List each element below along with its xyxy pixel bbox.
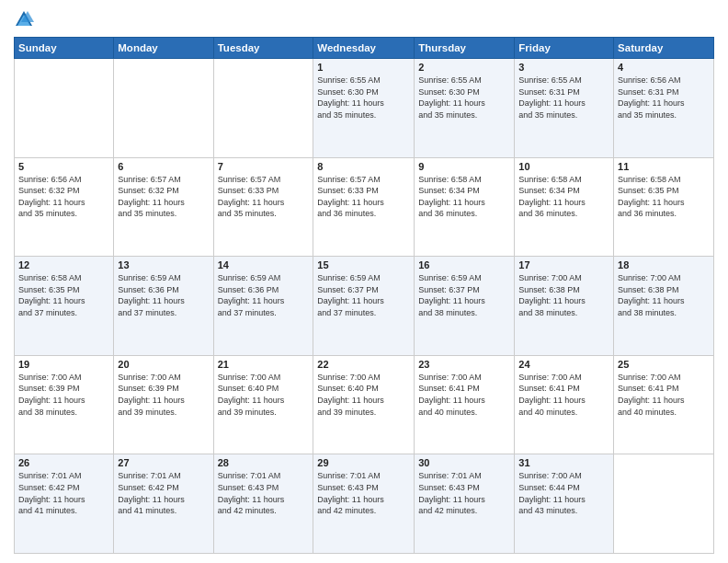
cell-info: Sunrise: 6:58 AM Sunset: 6:35 PM Dayligh… <box>18 272 109 318</box>
day-number: 3 <box>518 62 609 73</box>
calendar-cell-w2d6: 18Sunrise: 7:00 AM Sunset: 6:38 PM Dayli… <box>614 257 714 356</box>
calendar-cell-w3d0: 19Sunrise: 7:00 AM Sunset: 6:39 PM Dayli… <box>15 355 114 454</box>
cell-info: Sunrise: 7:00 AM Sunset: 6:40 PM Dayligh… <box>218 372 310 418</box>
day-number: 16 <box>418 259 510 270</box>
calendar-cell-w2d4: 16Sunrise: 6:59 AM Sunset: 6:37 PM Dayli… <box>415 257 515 356</box>
day-number: 28 <box>218 457 310 468</box>
cell-info: Sunrise: 6:57 AM Sunset: 6:32 PM Dayligh… <box>118 174 209 220</box>
day-number: 18 <box>618 259 710 270</box>
logo <box>14 9 38 29</box>
calendar-cell-w4d3: 29Sunrise: 7:01 AM Sunset: 6:43 PM Dayli… <box>313 454 415 554</box>
day-number: 17 <box>518 259 609 270</box>
cell-info: Sunrise: 7:01 AM Sunset: 6:43 PM Dayligh… <box>218 470 310 516</box>
cell-info: Sunrise: 7:00 AM Sunset: 6:39 PM Dayligh… <box>118 372 209 418</box>
day-number: 25 <box>618 359 710 370</box>
cell-info: Sunrise: 7:01 AM Sunset: 6:43 PM Dayligh… <box>317 470 410 516</box>
day-number: 5 <box>18 161 109 172</box>
calendar-cell-w2d0: 12Sunrise: 6:58 AM Sunset: 6:35 PM Dayli… <box>15 257 114 356</box>
cell-info: Sunrise: 7:00 AM Sunset: 6:41 PM Dayligh… <box>418 372 510 418</box>
page: Sunday Monday Tuesday Wednesday Thursday… <box>0 0 728 563</box>
calendar-cell-w0d2 <box>213 59 313 158</box>
day-number: 22 <box>317 359 410 370</box>
calendar-week-1: 5Sunrise: 6:56 AM Sunset: 6:32 PM Daylig… <box>15 157 714 257</box>
day-number: 13 <box>118 259 209 270</box>
calendar-cell-w0d0 <box>15 59 114 158</box>
cell-info: Sunrise: 6:59 AM Sunset: 6:37 PM Dayligh… <box>317 272 410 318</box>
calendar-cell-w4d1: 27Sunrise: 7:01 AM Sunset: 6:42 PM Dayli… <box>114 454 213 554</box>
cell-info: Sunrise: 6:58 AM Sunset: 6:34 PM Dayligh… <box>418 174 510 220</box>
cell-info: Sunrise: 7:01 AM Sunset: 6:42 PM Dayligh… <box>118 470 209 516</box>
day-number: 19 <box>18 359 109 370</box>
day-number: 31 <box>518 457 609 468</box>
cell-info: Sunrise: 6:57 AM Sunset: 6:33 PM Dayligh… <box>218 174 310 220</box>
col-monday: Monday <box>114 38 213 59</box>
calendar-cell-w3d4: 23Sunrise: 7:00 AM Sunset: 6:41 PM Dayli… <box>415 355 515 454</box>
calendar-cell-w1d2: 7Sunrise: 6:57 AM Sunset: 6:33 PM Daylig… <box>213 157 313 257</box>
cell-info: Sunrise: 6:55 AM Sunset: 6:31 PM Dayligh… <box>518 75 609 121</box>
calendar-cell-w2d3: 15Sunrise: 6:59 AM Sunset: 6:37 PM Dayli… <box>313 257 415 356</box>
calendar-cell-w2d5: 17Sunrise: 7:00 AM Sunset: 6:38 PM Dayli… <box>515 257 614 356</box>
calendar-cell-w4d5: 31Sunrise: 7:00 AM Sunset: 6:44 PM Dayli… <box>515 454 614 554</box>
day-number: 20 <box>118 359 209 370</box>
cell-info: Sunrise: 6:57 AM Sunset: 6:33 PM Dayligh… <box>317 174 410 220</box>
day-number: 24 <box>518 359 609 370</box>
cell-info: Sunrise: 6:55 AM Sunset: 6:30 PM Dayligh… <box>317 75 410 121</box>
calendar-week-4: 26Sunrise: 7:01 AM Sunset: 6:42 PM Dayli… <box>15 454 714 554</box>
day-number: 4 <box>618 62 710 73</box>
day-number: 26 <box>18 457 109 468</box>
calendar-cell-w0d6: 4Sunrise: 6:56 AM Sunset: 6:31 PM Daylig… <box>614 59 714 158</box>
col-tuesday: Tuesday <box>213 38 313 59</box>
cell-info: Sunrise: 6:59 AM Sunset: 6:37 PM Dayligh… <box>418 272 510 318</box>
cell-info: Sunrise: 7:00 AM Sunset: 6:41 PM Dayligh… <box>618 372 710 418</box>
day-number: 21 <box>218 359 310 370</box>
cell-info: Sunrise: 7:00 AM Sunset: 6:41 PM Dayligh… <box>518 372 609 418</box>
cell-info: Sunrise: 7:01 AM Sunset: 6:42 PM Dayligh… <box>18 470 109 516</box>
day-number: 23 <box>418 359 510 370</box>
day-number: 2 <box>418 62 510 73</box>
day-number: 11 <box>618 161 710 172</box>
cell-info: Sunrise: 6:58 AM Sunset: 6:35 PM Dayligh… <box>618 174 710 220</box>
calendar-cell-w1d4: 9Sunrise: 6:58 AM Sunset: 6:34 PM Daylig… <box>415 157 515 257</box>
cell-info: Sunrise: 7:00 AM Sunset: 6:40 PM Dayligh… <box>317 372 410 418</box>
cell-info: Sunrise: 7:01 AM Sunset: 6:43 PM Dayligh… <box>418 470 510 516</box>
calendar-header-row: Sunday Monday Tuesday Wednesday Thursday… <box>15 38 714 59</box>
calendar-cell-w3d1: 20Sunrise: 7:00 AM Sunset: 6:39 PM Dayli… <box>114 355 213 454</box>
day-number: 12 <box>18 259 109 270</box>
calendar-cell-w0d5: 3Sunrise: 6:55 AM Sunset: 6:31 PM Daylig… <box>515 59 614 158</box>
day-number: 1 <box>317 62 410 73</box>
calendar-cell-w4d6 <box>614 454 714 554</box>
col-wednesday: Wednesday <box>313 38 415 59</box>
logo-icon <box>14 9 34 29</box>
calendar-cell-w3d3: 22Sunrise: 7:00 AM Sunset: 6:40 PM Dayli… <box>313 355 415 454</box>
calendar-week-0: 1Sunrise: 6:55 AM Sunset: 6:30 PM Daylig… <box>15 59 714 158</box>
calendar-cell-w3d6: 25Sunrise: 7:00 AM Sunset: 6:41 PM Dayli… <box>614 355 714 454</box>
cell-info: Sunrise: 6:59 AM Sunset: 6:36 PM Dayligh… <box>218 272 310 318</box>
day-number: 8 <box>317 161 410 172</box>
calendar-cell-w1d6: 11Sunrise: 6:58 AM Sunset: 6:35 PM Dayli… <box>614 157 714 257</box>
day-number: 29 <box>317 457 410 468</box>
logo-content <box>14 9 38 29</box>
calendar-cell-w4d0: 26Sunrise: 7:01 AM Sunset: 6:42 PM Dayli… <box>15 454 114 554</box>
cell-info: Sunrise: 7:00 AM Sunset: 6:38 PM Dayligh… <box>618 272 710 318</box>
calendar-cell-w2d1: 13Sunrise: 6:59 AM Sunset: 6:36 PM Dayli… <box>114 257 213 356</box>
cell-info: Sunrise: 6:58 AM Sunset: 6:34 PM Dayligh… <box>518 174 609 220</box>
calendar-cell-w1d5: 10Sunrise: 6:58 AM Sunset: 6:34 PM Dayli… <box>515 157 614 257</box>
calendar-cell-w1d0: 5Sunrise: 6:56 AM Sunset: 6:32 PM Daylig… <box>15 157 114 257</box>
col-thursday: Thursday <box>415 38 515 59</box>
cell-info: Sunrise: 7:00 AM Sunset: 6:44 PM Dayligh… <box>518 470 609 516</box>
cell-info: Sunrise: 6:56 AM Sunset: 6:31 PM Dayligh… <box>618 75 710 121</box>
day-number: 14 <box>218 259 310 270</box>
day-number: 6 <box>118 161 209 172</box>
cell-info: Sunrise: 6:56 AM Sunset: 6:32 PM Dayligh… <box>18 174 109 220</box>
day-number: 15 <box>317 259 410 270</box>
calendar-cell-w0d3: 1Sunrise: 6:55 AM Sunset: 6:30 PM Daylig… <box>313 59 415 158</box>
col-sunday: Sunday <box>15 38 114 59</box>
cell-info: Sunrise: 6:55 AM Sunset: 6:30 PM Dayligh… <box>418 75 510 121</box>
calendar-table: Sunday Monday Tuesday Wednesday Thursday… <box>14 37 714 554</box>
day-number: 7 <box>218 161 310 172</box>
cell-info: Sunrise: 7:00 AM Sunset: 6:38 PM Dayligh… <box>518 272 609 318</box>
calendar-cell-w0d4: 2Sunrise: 6:55 AM Sunset: 6:30 PM Daylig… <box>415 59 515 158</box>
day-number: 30 <box>418 457 510 468</box>
calendar-cell-w2d2: 14Sunrise: 6:59 AM Sunset: 6:36 PM Dayli… <box>213 257 313 356</box>
calendar-cell-w1d3: 8Sunrise: 6:57 AM Sunset: 6:33 PM Daylig… <box>313 157 415 257</box>
